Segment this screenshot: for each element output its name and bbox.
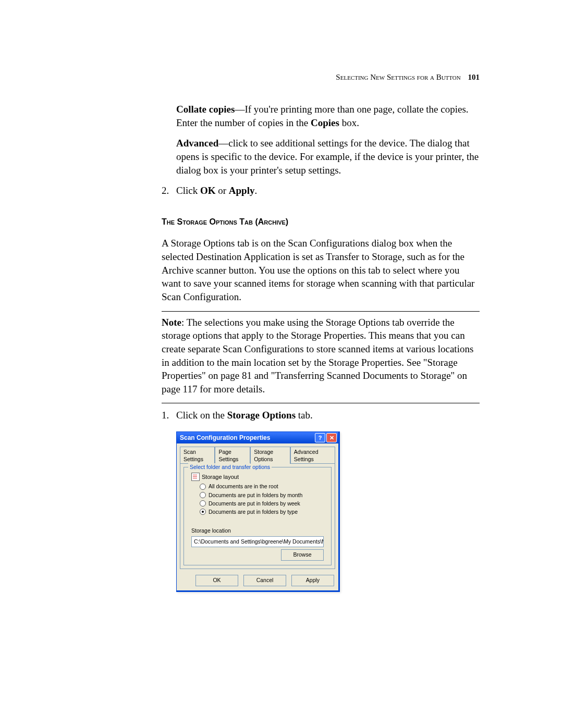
step-1-number: 1. [162, 409, 176, 422]
titlebar[interactable]: Scan Configuration Properties ? ✕ [177, 432, 338, 443]
tab-advanced-settings[interactable]: Advanced Settings [290, 447, 335, 464]
rule-bottom [162, 403, 480, 403]
apply-button[interactable]: Apply [291, 575, 334, 586]
step2-c: or [215, 185, 228, 196]
collate-tail: box. [339, 117, 359, 128]
step1-a: Click on the [176, 410, 227, 421]
group-transfer-options: Select folder and transfer options Stora… [183, 467, 332, 565]
group-title: Select folder and transfer options [188, 463, 272, 471]
close-button[interactable]: ✕ [326, 433, 337, 442]
collate-label: Collate copies [176, 104, 235, 115]
rule-top [162, 311, 480, 312]
note-text: : The selections you make using the Stor… [162, 317, 473, 394]
advanced-text: —click to see additional settings for th… [176, 138, 479, 175]
running-head-text: Selecting New Settings for a Button [336, 73, 460, 81]
step-2-number: 2. [162, 184, 176, 198]
step1-c: tab. [296, 410, 313, 421]
tab-storage-options[interactable]: Storage Options [250, 447, 290, 464]
tabs-row: Scan Settings Page Settings Storage Opti… [177, 443, 338, 464]
radio-root[interactable]: All documents are in the root [200, 483, 327, 490]
step2-d: Apply [229, 185, 255, 196]
storage-layout-header: Storage layout [191, 473, 327, 481]
location-path-input[interactable]: C:\Documents and Settings\bgreene\My Doc… [191, 536, 324, 547]
step-1: 1. Click on the Storage Options tab. [162, 409, 480, 422]
radio-icon[interactable] [200, 500, 206, 507]
tab-page-settings[interactable]: Page Settings [215, 447, 250, 464]
step-2-text: Click OK or Apply. [176, 184, 480, 198]
browse-button[interactable]: Browse [281, 549, 324, 561]
page-number: 101 [468, 73, 480, 81]
collate-copies-bold: Copies [311, 117, 339, 128]
step2-e: . [254, 185, 257, 196]
scan-config-dialog: Scan Configuration Properties ? ✕ Scan S… [176, 431, 340, 591]
storage-layout-label: Storage layout [202, 473, 239, 481]
dialog-buttons: OK Cancel Apply [177, 570, 338, 590]
radio-type-label: Documents are put in folders by type [209, 508, 298, 515]
tab-panel: Select folder and transfer options Stora… [180, 463, 335, 569]
radio-type[interactable]: Documents are put in folders by type [200, 508, 327, 515]
para-note: Note: The selections you make using the … [162, 316, 480, 396]
radio-root-label: All documents are in the root [209, 483, 278, 490]
ok-button[interactable]: OK [195, 575, 238, 586]
para-collate: Collate copies—If you're printing more t… [162, 103, 480, 129]
document-icon [191, 473, 200, 481]
location-label: Storage location [191, 527, 327, 534]
step2-b: OK [200, 185, 216, 196]
note-label: Note [162, 317, 181, 328]
radio-week[interactable]: Documents are put in folders by week [200, 500, 327, 507]
radio-icon[interactable] [200, 492, 206, 498]
step1-b: Storage Options [227, 410, 296, 421]
running-head: Selecting New Settings for a Button 101 [162, 73, 480, 82]
radio-icon[interactable] [200, 509, 206, 515]
dialog-screenshot: Scan Configuration Properties ? ✕ Scan S… [176, 431, 480, 591]
step-2: 2. Click OK or Apply. [162, 184, 480, 198]
dialog-title: Scan Configuration Properties [180, 434, 314, 442]
cancel-button[interactable]: Cancel [243, 575, 286, 586]
radio-icon[interactable] [200, 484, 206, 490]
section-heading: The Storage Options Tab (Archive) [162, 216, 480, 228]
advanced-label: Advanced [176, 138, 218, 149]
radio-week-label: Documents are put in folders by week [209, 500, 300, 507]
help-button[interactable]: ? [315, 433, 325, 442]
step2-a: Click [176, 185, 200, 196]
radio-month[interactable]: Documents are put in folders by month [200, 491, 327, 499]
step-1-text: Click on the Storage Options tab. [176, 409, 480, 422]
para-advanced: Advanced—click to see additional setting… [162, 137, 480, 177]
para-intro: A Storage Options tab is on the Scan Con… [162, 237, 480, 303]
tab-scan-settings[interactable]: Scan Settings [180, 447, 215, 464]
radio-month-label: Documents are put in folders by month [209, 491, 302, 499]
